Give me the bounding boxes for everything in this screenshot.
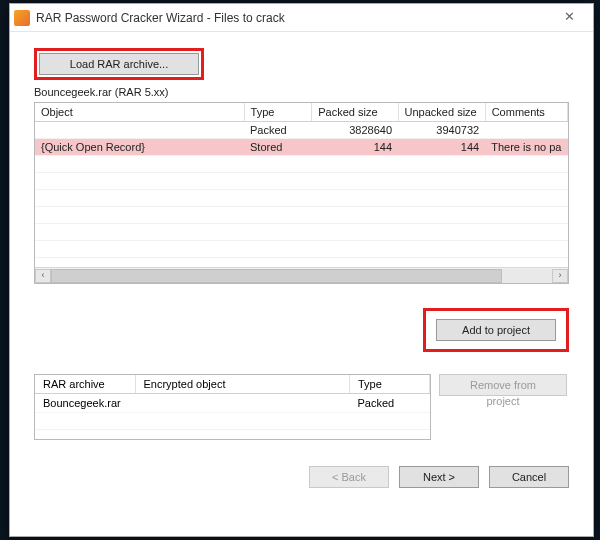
wizard-buttons: < Back Next > Cancel — [34, 466, 569, 488]
archive-contents-table: Object Type Packed size Unpacked size Co… — [34, 102, 569, 284]
col-object[interactable]: Object — [35, 103, 244, 122]
load-rar-button[interactable]: Load RAR archive... — [39, 53, 199, 75]
project-table: RAR archive Encrypted object Type Bounce… — [34, 374, 431, 440]
col-comments[interactable]: Comments — [485, 103, 567, 122]
scroll-left-icon[interactable]: ‹ — [35, 269, 51, 283]
close-icon[interactable]: ✕ — [549, 6, 589, 30]
col-type[interactable]: Type — [350, 375, 430, 394]
col-encrypted-object[interactable]: Encrypted object — [135, 375, 350, 394]
horizontal-scrollbar[interactable]: ‹ › — [35, 267, 568, 283]
app-window: RAR Password Cracker Wizard - Files to c… — [9, 3, 594, 537]
cancel-button[interactable]: Cancel — [489, 466, 569, 488]
table-row[interactable]: Packed 3828640 3940732 — [35, 122, 568, 139]
titlebar: RAR Password Cracker Wizard - Files to c… — [10, 4, 593, 32]
col-unpacked-size[interactable]: Unpacked size — [398, 103, 485, 122]
add-to-project-button[interactable]: Add to project — [436, 319, 556, 341]
scroll-track[interactable] — [51, 269, 552, 283]
window-title: RAR Password Cracker Wizard - Files to c… — [36, 11, 549, 25]
table-header-row: RAR archive Encrypted object Type — [35, 375, 430, 394]
client-area: Load RAR archive... Bouncegeek.rar (RAR … — [10, 32, 593, 500]
next-button[interactable]: Next > — [399, 466, 479, 488]
col-rar-archive[interactable]: RAR archive — [35, 375, 135, 394]
scroll-thumb[interactable] — [51, 269, 502, 283]
col-type[interactable]: Type — [244, 103, 312, 122]
filename-label: Bouncegeek.rar (RAR 5.xx) — [34, 86, 569, 98]
remove-from-project-button: Remove from project — [439, 374, 567, 396]
highlight-add: Add to project — [423, 308, 569, 352]
app-icon — [14, 10, 30, 26]
highlight-load: Load RAR archive... — [34, 48, 204, 80]
col-packed-size[interactable]: Packed size — [312, 103, 398, 122]
table-row[interactable]: Bouncegeek.rar Packed — [35, 394, 430, 413]
scroll-right-icon[interactable]: › — [552, 269, 568, 283]
table-header-row: Object Type Packed size Unpacked size Co… — [35, 103, 568, 122]
table-row[interactable]: {Quick Open Record} Stored 144 144 There… — [35, 139, 568, 156]
back-button: < Back — [309, 466, 389, 488]
